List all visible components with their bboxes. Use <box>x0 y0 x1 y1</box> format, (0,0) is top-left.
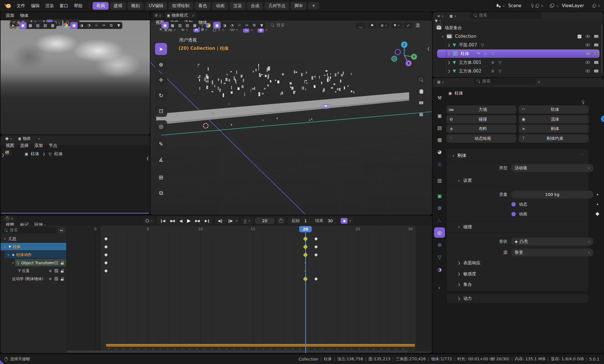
eye-icon[interactable] <box>586 61 590 64</box>
scene-lights-icon[interactable]: ◔ <box>228 22 236 29</box>
sidebar-collapse-icon[interactable]: ❮ <box>427 46 430 51</box>
tab-scene-icon[interactable]: ◕ <box>434 147 445 157</box>
enable-checkbox[interactable]: ✓ <box>54 261 58 265</box>
chevron-down-icon[interactable]: ∨ <box>201 24 203 27</box>
workspace-tab-合成[interactable]: 合成 <box>247 2 263 10</box>
current-frame-field[interactable]: 20 <box>255 218 274 224</box>
world-icon[interactable]: ☉ <box>236 22 243 29</box>
tool-measure[interactable]: ∡ <box>155 154 167 166</box>
tab-physics-icon[interactable]: ◎ <box>434 227 445 238</box>
physics-button-碰撞[interactable]: ⧉碰撞 <box>446 115 516 123</box>
wrench-icon[interactable]: ⚙ <box>49 269 52 273</box>
channel-汇总[interactable]: ∨汇总 <box>1 235 66 243</box>
scene-selector[interactable]: ∨ Scene ✕ <box>496 3 544 8</box>
properties-search[interactable]: 搜索 <box>473 78 536 85</box>
chevron-down-icon[interactable]: ∨ <box>59 24 61 27</box>
jump-to-start-button[interactable]: ❙◀ <box>158 218 166 224</box>
select-set-icon[interactable]: ▣ <box>19 22 27 29</box>
tool-rotate[interactable]: ↻ <box>155 89 167 101</box>
modifier-wrench-icon[interactable]: ⚙ <box>491 60 495 65</box>
prev-frame-button[interactable]: ◀❙ <box>216 218 224 224</box>
copy-icon[interactable] <box>593 4 596 7</box>
filter-dropdown[interactable]: ▼∨ <box>435 19 601 23</box>
pin-icon[interactable] <box>531 4 534 8</box>
workspace-tab-UV编辑[interactable]: UV编辑 <box>145 2 167 10</box>
chevron-down-icon[interactable]: ∨ <box>6 253 10 257</box>
editor-type-dropdown[interactable]: ◉∨ <box>3 135 15 141</box>
breadcrumb-object[interactable]: 柱体 <box>31 151 39 157</box>
tab-modifiers-icon[interactable]: ⚙ <box>434 203 445 213</box>
lock-icon[interactable] <box>61 279 64 281</box>
select-extend-icon[interactable]: ▩ <box>27 22 34 29</box>
outliner-row[interactable]: ❯▼柱体↷⚙▽ <box>433 49 602 58</box>
settings-section-header[interactable]: ∨ 设置 <box>457 178 472 183</box>
enable-checkbox[interactable]: ✓ <box>54 269 58 273</box>
select-invert-icon[interactable]: ▤ <box>184 22 191 29</box>
workspace-tab-动画[interactable]: 动画 <box>212 2 228 10</box>
object-name[interactable]: 立方体.002 <box>459 68 481 74</box>
tab-render-icon[interactable]: ▣ <box>434 111 445 121</box>
decorator-dot[interactable] <box>597 204 598 205</box>
physics-button-软体[interactable]: ◠软体 <box>519 105 589 114</box>
collapse-left-icon[interactable]: ❮ <box>1 46 5 51</box>
select-subtract-icon[interactable]: ▥ <box>176 22 184 29</box>
end-frame-field[interactable]: 结束30 <box>311 217 337 225</box>
close-icon[interactable]: ✕ <box>540 4 544 8</box>
brush-icon[interactable]: ✑ <box>243 22 250 29</box>
viewport-search[interactable]: 搜索 <box>271 23 337 28</box>
physics-button-流体[interactable]: ◉流体 <box>519 115 589 123</box>
tabs-overflow-icon[interactable]: ∨ <box>438 286 441 290</box>
hierarchy-dropdown[interactable]: ≣∨ <box>379 23 389 28</box>
tab-collection-icon[interactable]: ▥ <box>434 175 445 186</box>
brush-icon[interactable]: ✑ <box>100 22 107 29</box>
chevron-right-icon[interactable]: ❯ <box>447 43 451 47</box>
physics-button-力场[interactable]: ⋙力场 <box>446 105 516 114</box>
channel-label[interactable]: 运动学 (刚体物体) <box>12 276 43 282</box>
tab-view-layer-icon[interactable]: ▦ <box>434 135 445 145</box>
object-name[interactable]: 柱体 <box>461 51 469 56</box>
workspace-tab-脚本[interactable]: 脚本 <box>291 2 307 10</box>
channel-柱体[interactable]: ∨▼柱体 <box>1 243 66 251</box>
chevron-down-icon[interactable]: ∨ <box>3 245 7 249</box>
physics-button-刚体约束[interactable]: ⊤刚体约束 <box>519 134 589 143</box>
outliner-row[interactable]: ❯▼立方体.001⚙▽ <box>433 58 602 67</box>
wrench-icon[interactable]: ⚙ <box>49 277 52 281</box>
workspace-tab-几何节点[interactable]: 几何节点 <box>264 2 289 10</box>
selected-object[interactable] <box>324 105 327 107</box>
expand-width-icon[interactable]: ↔ <box>58 227 65 233</box>
select-extend-icon[interactable]: ▩ <box>169 22 176 29</box>
select-intersect-icon[interactable]: ▦ <box>49 22 56 29</box>
rigid-body-panel-header[interactable]: ∨ 刚体 <box>451 153 466 159</box>
scene-name[interactable]: Scene <box>507 3 530 8</box>
workspace-tab-建模[interactable]: 建模 <box>110 2 126 10</box>
editor-type-dropdown[interactable]: ∨ <box>3 215 15 221</box>
funnel-icon[interactable]: ▼ <box>258 22 265 29</box>
decorator-dot[interactable] <box>597 194 598 195</box>
eye-icon[interactable] <box>586 52 590 55</box>
filter-funnel-dropdown[interactable]: ▼∨ <box>391 23 402 28</box>
scrollbar[interactable] <box>601 25 602 73</box>
modifier-wrench-icon[interactable]: ⚙ <box>491 69 495 73</box>
tab-tool-icon[interactable]: ⚒ <box>434 93 445 103</box>
tool-scale[interactable]: ⊡ <box>155 105 167 117</box>
menu-渲染[interactable]: 渲染 <box>42 2 57 9</box>
outliner-row[interactable]: ❯▼平面.007▽ <box>433 41 602 49</box>
keying-group[interactable]: ◉∨ <box>339 217 353 224</box>
tab-world-icon[interactable]: ☉ <box>434 159 445 170</box>
editor-type-dropdown[interactable]: ▤∨ <box>435 79 446 85</box>
expand-left-icon[interactable]: ❯ <box>1 153 5 157</box>
tab-constraints-icon[interactable]: ⊜ <box>434 240 445 250</box>
menu-文件[interactable]: 文件 <box>14 2 28 9</box>
tool-transform[interactable]: ◎ <box>155 120 167 132</box>
collapse-right-icon[interactable]: ❮ <box>146 46 149 51</box>
curve-falloff-button[interactable]: ‿ <box>356 22 366 29</box>
workspace-tab-纹理绘制[interactable]: 纹理绘制 <box>168 2 193 10</box>
pages-icon[interactable]: ⧉ <box>250 22 258 29</box>
menu-添加[interactable]: 添加 <box>32 142 46 149</box>
select-invert-icon[interactable]: ▤ <box>42 22 49 29</box>
channel-label[interactable]: 柱体 <box>13 244 20 249</box>
decorator-keyframe-icon[interactable] <box>595 212 599 216</box>
channel-label[interactable]: 汇总 <box>9 236 16 241</box>
navigation-gizmo[interactable]: Z Y X <box>391 41 418 68</box>
menu-添加[interactable]: 添加 <box>3 12 17 19</box>
